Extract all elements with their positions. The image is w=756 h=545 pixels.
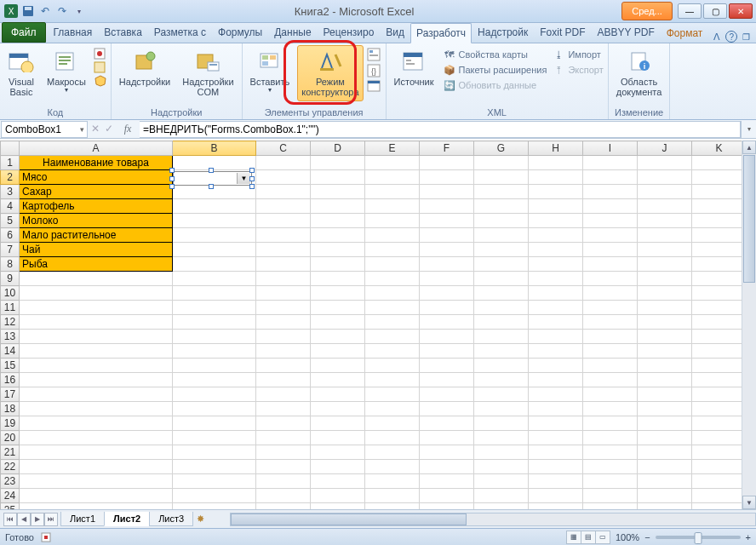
cell[interactable] — [692, 373, 747, 387]
cell[interactable] — [583, 503, 638, 510]
row-header[interactable]: 10 — [1, 286, 20, 301]
xml-refresh-data[interactable]: 🔄Обновить данные — [442, 77, 548, 93]
tab-Рецензиро[interactable]: Рецензиро — [318, 22, 381, 43]
cell[interactable] — [692, 170, 747, 185]
cell[interactable] — [529, 387, 583, 402]
cell[interactable] — [420, 228, 474, 243]
redo-icon[interactable]: ↷ — [54, 3, 70, 19]
xml-expansion-packs[interactable]: 📦Пакеты расширения — [442, 62, 548, 77]
cell[interactable] — [365, 460, 420, 474]
cell[interactable] — [692, 489, 747, 503]
zoom-out[interactable]: − — [644, 532, 650, 542]
cell[interactable] — [474, 330, 529, 344]
cell[interactable] — [365, 402, 420, 416]
com-addins-button[interactable]: Надстройки COM — [178, 45, 238, 101]
cell[interactable] — [474, 460, 529, 474]
cell[interactable] — [692, 185, 747, 199]
cell[interactable] — [474, 228, 529, 243]
cell[interactable] — [311, 199, 365, 214]
cell[interactable] — [583, 416, 638, 431]
cell[interactable] — [583, 257, 638, 272]
row-header[interactable]: 8 — [1, 257, 20, 272]
cell[interactable] — [529, 214, 583, 228]
cell[interactable] — [256, 460, 311, 474]
row-header[interactable]: 3 — [1, 185, 20, 199]
cell[interactable] — [420, 170, 474, 185]
worksheet-grid[interactable]: ABCDEFGHIJK1Наименование товара2Мясо3Сах… — [0, 141, 756, 509]
cell[interactable] — [311, 228, 365, 243]
cell[interactable]: Чай — [20, 243, 173, 257]
sheet-tab-Лист2[interactable]: Лист2 — [104, 512, 150, 526]
cell[interactable] — [583, 156, 638, 170]
cell[interactable] — [692, 199, 747, 214]
vscroll-thumb[interactable] — [743, 155, 755, 283]
cell[interactable] — [692, 272, 747, 286]
cell[interactable] — [583, 214, 638, 228]
cell[interactable] — [256, 387, 311, 402]
cell[interactable] — [692, 214, 747, 228]
cell[interactable] — [256, 228, 311, 243]
document-area-button[interactable]: i Область документа — [612, 45, 667, 101]
sheet-tab-Лист3[interactable]: Лист3 — [149, 512, 193, 526]
row-header[interactable]: 18 — [1, 402, 20, 416]
cell[interactable] — [638, 272, 692, 286]
cell[interactable] — [311, 156, 365, 170]
sheet-nav-last[interactable]: ⏭ — [44, 513, 58, 526]
cell[interactable] — [420, 330, 474, 344]
zoom-in[interactable]: + — [746, 532, 751, 542]
cell[interactable] — [420, 214, 474, 228]
cell[interactable] — [692, 359, 747, 373]
col-header-C[interactable]: C — [256, 141, 311, 156]
cell[interactable] — [311, 474, 365, 489]
fx-icon[interactable]: fx — [118, 123, 137, 135]
cell[interactable] — [474, 243, 529, 257]
cell[interactable] — [256, 416, 311, 431]
cell[interactable] — [420, 185, 474, 199]
undo-icon[interactable]: ↶ — [37, 3, 53, 19]
cell[interactable] — [529, 243, 583, 257]
cell[interactable] — [420, 344, 474, 359]
cell[interactable] — [529, 272, 583, 286]
cell[interactable] — [692, 474, 747, 489]
cell[interactable] — [311, 416, 365, 431]
cell[interactable] — [638, 359, 692, 373]
use-relative-icon[interactable] — [94, 61, 107, 73]
cell[interactable] — [365, 373, 420, 387]
row-header[interactable]: 7 — [1, 243, 20, 257]
cell[interactable] — [583, 359, 638, 373]
cell[interactable] — [365, 228, 420, 243]
help-icon[interactable]: ? — [725, 31, 737, 43]
cell[interactable] — [311, 170, 365, 185]
cell[interactable] — [692, 301, 747, 315]
cell[interactable] — [365, 330, 420, 344]
row-header[interactable]: 15 — [1, 359, 20, 373]
cell[interactable] — [311, 344, 365, 359]
cell[interactable] — [638, 402, 692, 416]
cell[interactable] — [173, 373, 256, 387]
cell[interactable] — [173, 199, 256, 214]
cell[interactable] — [20, 301, 173, 315]
cell[interactable] — [365, 185, 420, 199]
cell[interactable] — [173, 344, 256, 359]
cell[interactable] — [692, 156, 747, 170]
cell[interactable]: Рыба — [20, 257, 173, 272]
cell[interactable] — [20, 431, 173, 445]
scroll-down[interactable]: ▼ — [742, 496, 756, 509]
visual-basic-button[interactable]: Visual Basic — [3, 45, 39, 101]
cell[interactable] — [529, 315, 583, 330]
cell[interactable] — [420, 257, 474, 272]
row-header[interactable]: 24 — [1, 489, 20, 503]
cell[interactable] — [420, 373, 474, 387]
row-header[interactable]: 5 — [1, 214, 20, 228]
tab-Надстройк[interactable]: Надстройк — [472, 22, 534, 43]
row-header[interactable]: 12 — [1, 315, 20, 330]
cell[interactable] — [692, 315, 747, 330]
cell[interactable] — [529, 503, 583, 510]
row-header[interactable]: 14 — [1, 344, 20, 359]
macro-record-status-icon[interactable] — [41, 532, 53, 542]
cell[interactable] — [529, 257, 583, 272]
cell[interactable] — [256, 257, 311, 272]
cell[interactable] — [583, 402, 638, 416]
cell[interactable] — [20, 330, 173, 344]
cell[interactable] — [311, 315, 365, 330]
